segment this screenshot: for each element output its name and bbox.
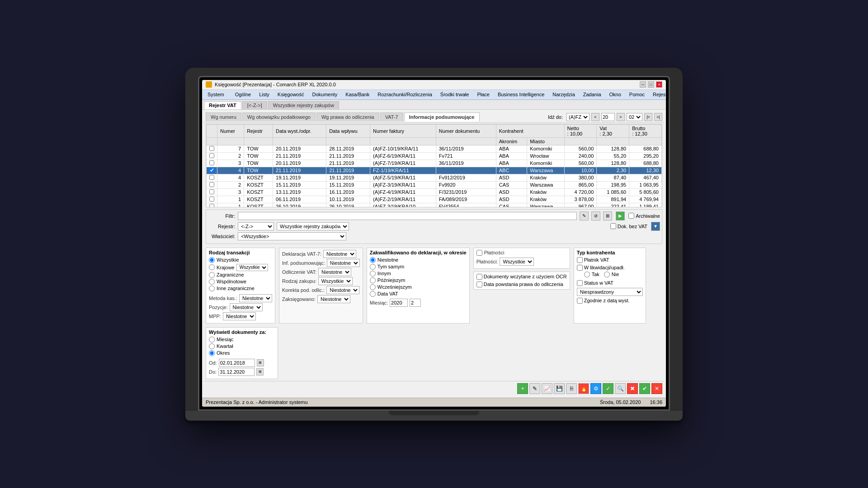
menu-ksiegowosc[interactable]: Księgowość (274, 91, 308, 98)
table-row[interactable]: 2 KOSZT 15.11.2019 15.11.2019 (A)FZ-3/19… (207, 181, 662, 188)
row-check[interactable] (207, 174, 217, 181)
cancel-button[interactable]: ✕ (651, 383, 662, 394)
menu-dokumenty[interactable]: Dokumenty (309, 91, 341, 98)
wyswietl-kwartal-input[interactable] (209, 343, 215, 349)
status-vat-select[interactable]: Niesprawdzony (577, 288, 643, 296)
menu-okno[interactable]: Okno (606, 91, 625, 98)
metoda-kas-select[interactable]: Niestotne (239, 294, 272, 302)
od-input[interactable] (219, 359, 255, 367)
nav-prev-btn[interactable]: < (591, 113, 599, 121)
row-check[interactable] (207, 152, 217, 160)
rodzaj-zakupu-select[interactable]: Wszystkie (318, 277, 353, 285)
zakw-wczesniejszym-input[interactable] (370, 284, 376, 290)
filter-extra-btn1[interactable]: ⊞ (603, 211, 612, 221)
do-spinner[interactable]: ⊞ (256, 368, 264, 375)
do-input[interactable] (218, 368, 255, 376)
deklaracja-vat7-select[interactable]: Niestotne (323, 250, 356, 258)
sub-tab-wg-numeru[interactable]: Wg numeru (206, 113, 241, 122)
sub-tab-wg-obowiazku[interactable]: Wg obowiązku podatkowego (242, 113, 316, 122)
ocr-checkbox[interactable] (476, 274, 482, 280)
menu-srodki-trwale[interactable]: Środki trwałe (437, 91, 473, 98)
fire-button[interactable]: 🔥 (578, 383, 589, 394)
platnosci-checkbox[interactable] (476, 250, 482, 256)
menu-ogolne[interactable]: Ogólne (231, 91, 255, 98)
table-row[interactable]: 3 KOSZT 13.11.2019 16.11.2019 (A)FZ-4/19… (207, 188, 662, 196)
mpp-select[interactable]: Niestotne (223, 312, 256, 320)
confirm-button[interactable]: ✔ (639, 383, 650, 394)
rejestr-all-select[interactable]: Wszystkie rejestry zakupów (277, 222, 349, 230)
row-check[interactable] (207, 181, 217, 188)
zakw-tym-samym-input[interactable] (370, 264, 376, 270)
filter-input[interactable] (238, 212, 577, 220)
sub-tab-informacje[interactable]: Informacje podsumowujące (404, 113, 480, 122)
wlasciciel-select[interactable]: <Wszystkie> (238, 232, 346, 240)
miesiac-num-input[interactable] (410, 299, 421, 307)
radio-inne-input[interactable] (209, 286, 215, 291)
table-row[interactable]: 3 TOW 20.11.2019 21.11.2019 (A)FZ-7/19/K… (207, 160, 662, 167)
data-prawa-checkbox[interactable] (476, 282, 482, 287)
menu-narzedzia[interactable]: Narzędzia (549, 91, 579, 98)
radio-krajowe-input[interactable] (209, 264, 215, 270)
dok-bez-vat-checkbox[interactable] (610, 223, 616, 229)
settings-button[interactable]: ⚙ (590, 383, 601, 394)
copy-button[interactable]: ⎘ (566, 383, 577, 394)
nav-register-select[interactable]: (A)FZ (566, 113, 590, 121)
menu-zadania[interactable]: Zadania (580, 91, 605, 98)
row-check[interactable] (207, 167, 217, 174)
zakw-niestotne-input[interactable] (370, 257, 376, 263)
minimize-button[interactable]: ─ (640, 81, 646, 88)
tab-wszystkie-rejestry[interactable]: Wszystkie rejestry zakupów (268, 101, 339, 109)
table-row[interactable]: 4 TOW 21.11.2019 21.11.2019 FZ-1/19/KRA/… (207, 167, 662, 174)
korekta-select[interactable]: Niestotne (326, 286, 359, 294)
od-spinner[interactable]: ⊞ (257, 359, 264, 366)
zaksiegowano-select[interactable]: Niestotne (317, 295, 350, 303)
add-button[interactable]: + (517, 383, 528, 394)
odliczenie-select[interactable]: Niestotne (318, 268, 351, 276)
menu-rejestr-vat[interactable]: Rejestr VAT (649, 91, 666, 98)
platnosci-select[interactable]: Wszystkie (500, 258, 534, 266)
sub-tab-vat7[interactable]: VAT-7 (380, 113, 403, 122)
rejestr-select[interactable]: <-Z-> (238, 222, 274, 230)
table-row[interactable]: 7 TOW 20.11.2019 28.11.2019 (A)FZ-10/19/… (207, 145, 662, 152)
menu-system[interactable]: System (204, 91, 228, 98)
menu-rozrachunki[interactable]: Rozrachunki/Rozliczenia (374, 91, 435, 98)
table-row[interactable]: 4 KOSZT 19.11.2019 19.11.2019 (A)FZ-5/19… (207, 174, 662, 181)
menu-pomoc[interactable]: Pomoc (626, 91, 648, 98)
close-button[interactable]: ✕ (656, 81, 662, 88)
nav-first-btn[interactable]: |< (644, 113, 652, 121)
filter-clear-btn[interactable]: ⊘ (591, 211, 600, 221)
menu-kasa-bank[interactable]: Kasa/Bank (342, 91, 373, 98)
w-likwidacji-checkbox[interactable] (577, 265, 583, 271)
status-vat-checkbox[interactable] (577, 280, 583, 286)
filter-edit-btn[interactable]: ✎ (580, 211, 589, 221)
pozycje-select[interactable]: Niestotne (230, 303, 263, 311)
row-check[interactable] (207, 145, 217, 152)
filter-funnel-btn[interactable]: ▼ (651, 222, 660, 231)
row-check[interactable] (207, 188, 217, 196)
table-row[interactable]: 2 TOW 21.11.2019 21.11.2019 (A)FZ-6/19/K… (207, 152, 662, 160)
wyswietl-miesiac-input[interactable] (209, 337, 215, 343)
zgodnie-checkbox[interactable] (577, 298, 583, 304)
table-row[interactable]: 1 KOSZT 26.10.2019 26.10.2019 (A)FZ-3/19… (207, 203, 662, 207)
menu-place[interactable]: Płace (473, 91, 493, 98)
zakw-pozniejszym-input[interactable] (370, 277, 376, 283)
filter-extra-btn2[interactable]: ▶ (616, 211, 625, 221)
archiwalne-checkbox[interactable] (628, 213, 634, 219)
table-row[interactable]: 1 KOSZT 06.11.2019 10.11.2019 (A)FZ-2/19… (207, 196, 662, 203)
menu-bi[interactable]: Business Intelligence (494, 91, 548, 98)
platnik-vat-checkbox[interactable] (577, 257, 583, 263)
row-check[interactable] (207, 160, 217, 167)
chart-button[interactable]: 📈 (542, 383, 552, 394)
remove-button[interactable]: ✖ (627, 383, 638, 394)
zoom-button[interactable]: 🔍 (615, 383, 626, 394)
krajowe-select[interactable]: Wszystkie (236, 264, 268, 271)
sub-tab-wg-prawa[interactable]: Wg prawa do odliczenia (316, 113, 379, 122)
tak-radio[interactable] (584, 272, 590, 277)
edit-button[interactable]: ✎ (529, 383, 540, 394)
row-check[interactable] (207, 196, 217, 203)
zakw-innym-input[interactable] (370, 271, 376, 277)
miesiac-year-input[interactable] (390, 299, 408, 307)
check-button[interactable]: ✓ (603, 383, 613, 394)
radio-wspolnotowe-input[interactable] (209, 279, 215, 285)
radio-zagraniczne-input[interactable] (209, 272, 215, 278)
